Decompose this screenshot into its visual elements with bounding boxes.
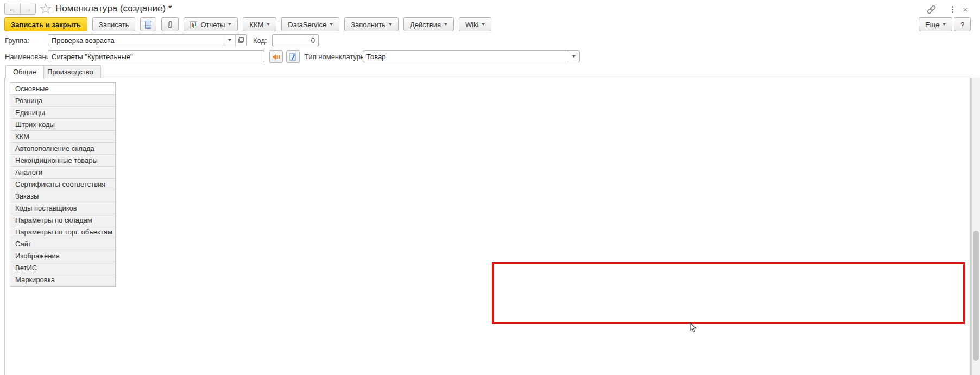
sidebar-item-parametry-skladam[interactable]: Параметры по складам xyxy=(10,214,115,226)
table-icon xyxy=(145,21,151,29)
chevron-down-icon xyxy=(267,23,270,26)
page-title: Номенклатура (создание) * xyxy=(55,3,172,14)
orange-arrow-button[interactable] xyxy=(269,50,283,63)
sidebar-item-avtopopolnenie[interactable]: Автопополнение склада xyxy=(10,143,115,155)
sidebar-item-analogi[interactable]: Аналоги xyxy=(10,167,115,179)
chevron-down-icon xyxy=(482,23,485,26)
type-label: Тип номенклатуры: xyxy=(305,53,368,61)
chart-icon xyxy=(190,21,197,28)
wiki-label: Wiki xyxy=(465,21,479,29)
sidebar-item-osnovnye[interactable]: Основные xyxy=(10,83,115,95)
wiki-menu-button[interactable]: Wiki xyxy=(459,17,492,31)
chevron-down-icon xyxy=(330,23,333,26)
group-field[interactable]: Проверка возраста xyxy=(48,34,247,46)
actions-menu-button[interactable]: Действия xyxy=(403,17,454,31)
open-form-icon xyxy=(238,37,244,43)
blue-file-button[interactable] xyxy=(286,50,300,63)
more-menu-button[interactable]: Еще xyxy=(919,17,952,31)
tab-production[interactable]: Производство xyxy=(40,65,101,78)
type-dropdown-button[interactable] xyxy=(568,51,579,62)
tab-general[interactable]: Общие xyxy=(5,65,44,79)
attachment-button[interactable] xyxy=(161,17,179,31)
fill-menu-button[interactable]: Заполнить xyxy=(344,17,399,31)
sidebar-item-izobrazheniya[interactable]: Изображения xyxy=(10,250,115,262)
group-dropdown-button[interactable] xyxy=(224,35,235,46)
sidebar-item-roznitsa[interactable]: Розница xyxy=(10,95,115,107)
close-icon[interactable]: × xyxy=(960,4,971,14)
orange-arrow-icon xyxy=(272,54,280,60)
name-value: Сигареты "Курительные" xyxy=(48,51,264,62)
fill-label: Заполнить xyxy=(351,21,385,29)
blue-file-icon xyxy=(289,53,297,61)
kkm-menu-button[interactable]: ККМ xyxy=(243,17,276,31)
dataservice-label: DataService xyxy=(288,21,326,29)
tab-content-panel xyxy=(4,78,971,375)
reports-menu-button[interactable]: Отчеты xyxy=(184,17,238,31)
sidebar-item-kkm[interactable]: ККМ xyxy=(10,131,115,143)
chevron-down-icon xyxy=(228,39,231,41)
sidebar-item-parametry-torg[interactable]: Параметры по торг. объектам xyxy=(10,226,115,238)
sidebar-item-shtrih-kody[interactable]: Штрих-коды xyxy=(10,119,115,131)
reports-label: Отчеты xyxy=(200,21,225,29)
back-icon[interactable]: ← xyxy=(5,3,20,14)
code-label: Код: xyxy=(253,36,267,45)
sidebar-item-sertifikaty[interactable]: Сертификаты соответствия xyxy=(10,179,115,190)
chevron-down-icon xyxy=(389,23,392,26)
more-label: Еще xyxy=(925,21,939,29)
code-field[interactable]: 0 xyxy=(272,34,319,46)
sidebar-item-markirovka[interactable]: Маркировка xyxy=(10,274,115,286)
name-field[interactable]: Сигареты "Курительные" xyxy=(48,50,264,62)
sidebar-item-vetis[interactable]: ВетИС xyxy=(10,262,115,274)
group-value: Проверка возраста xyxy=(48,35,224,46)
sidebar-item-nekonditsionnye[interactable]: Некондиционные товары xyxy=(10,155,115,167)
type-field[interactable]: Товар xyxy=(363,50,580,62)
sidebar-item-edinitsy[interactable]: Единицы xyxy=(10,107,115,119)
chevron-down-icon xyxy=(228,23,231,26)
sidebar-item-kody-postavshchikov[interactable]: Коды поставщиков xyxy=(10,202,115,214)
scrollbar-thumb[interactable] xyxy=(973,231,979,361)
chevron-down-icon xyxy=(572,55,576,58)
help-button[interactable]: ? xyxy=(954,17,971,31)
section-sidebar: Основные Розница Единицы Штрих-коды ККМ … xyxy=(10,82,116,287)
mouse-cursor xyxy=(690,322,697,335)
chevron-down-icon xyxy=(444,23,447,26)
code-value: 0 xyxy=(273,35,318,46)
save-and-close-button[interactable]: Записать и закрыть xyxy=(4,17,87,31)
paperclip-icon xyxy=(166,20,174,29)
dataservice-menu-button[interactable]: DataService xyxy=(281,17,339,31)
type-value: Товар xyxy=(363,51,568,62)
sidebar-item-sait[interactable]: Сайт xyxy=(10,238,115,250)
forward-icon[interactable]: → xyxy=(20,3,36,14)
group-open-button[interactable] xyxy=(235,35,246,46)
link-icon[interactable] xyxy=(926,4,937,14)
kkm-label: ККМ xyxy=(249,21,263,29)
vertical-scrollbar[interactable] xyxy=(971,78,980,375)
chevron-down-icon xyxy=(943,23,946,26)
toolbar: Записать и закрыть Записать Отчеты ККМ D… xyxy=(4,17,491,31)
actions-label: Действия xyxy=(410,21,441,29)
sidebar-item-zakazy[interactable]: Заказы xyxy=(10,190,115,202)
group-label: Группа: xyxy=(5,36,29,45)
nav-buttons: ← → xyxy=(4,3,36,15)
menu-dots-icon[interactable] xyxy=(947,4,958,14)
save-button[interactable]: Записать xyxy=(92,17,136,31)
table-icon-button[interactable] xyxy=(140,17,156,31)
favorite-star-icon[interactable] xyxy=(40,3,51,16)
